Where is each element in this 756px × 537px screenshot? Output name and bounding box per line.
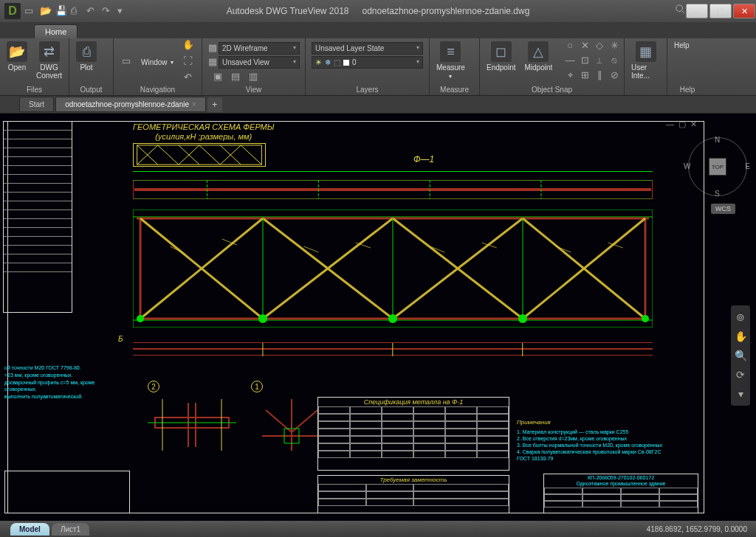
titlebar: D ▭ 📂 💾 ⎙ ↶ ↷ ▾ Autodesk DWG TrueView 20… <box>0 0 756 22</box>
side-title-block <box>4 471 130 513</box>
pan-icon[interactable]: ✋ <box>182 39 195 52</box>
maximize-button[interactable]: ▢ <box>709 4 732 18</box>
prev-icon[interactable]: ↶ <box>182 72 195 85</box>
measure-icon: ≡ <box>440 41 461 62</box>
view-icon: ▦ <box>208 56 217 69</box>
view-tool1-icon[interactable]: ▣ <box>211 71 224 84</box>
extent-icon[interactable]: ⛶ <box>182 55 195 69</box>
nav-show-icon[interactable]: ▾ <box>738 388 743 400</box>
requirements-block: Требуемая заметность <box>317 475 509 513</box>
panel-measure-label: Measure <box>430 86 479 94</box>
top-chord-beam <box>133 180 653 199</box>
panel-osnap-label: Object Snap <box>480 86 624 94</box>
osnap-ins-icon[interactable]: ⊡ <box>578 55 591 68</box>
osnap-none-icon[interactable]: ⊘ <box>608 69 621 83</box>
nav-zoom-icon[interactable]: 🔍 <box>735 350 747 361</box>
nav-pan-icon[interactable]: ✋ <box>735 330 747 342</box>
midpoint-button[interactable]: △Midpoint <box>523 40 553 73</box>
viewcube-e[interactable]: E <box>745 162 750 170</box>
osnap-perp-icon[interactable]: ⟂ <box>593 55 606 68</box>
detail-2: 2 <box>148 381 236 454</box>
drawing-title: ГЕОМЕТРИЧЕСКАЯ СХЕМА ФЕРМЫ (усилия,кН ;р… <box>133 122 275 142</box>
osnap-int-icon[interactable]: ✳ <box>608 40 621 53</box>
svg-point-33 <box>137 315 144 322</box>
view-tool3-icon[interactable]: ▥ <box>247 71 260 84</box>
add-tab-button[interactable]: + <box>207 97 222 112</box>
dwg-convert-button[interactable]: ⇄DWG Convert <box>35 40 63 81</box>
drawing-notes: Примечания 1. Материал конструкций — ста… <box>517 419 664 462</box>
dim-span <box>133 171 653 177</box>
label-f1: Ф—1 <box>413 154 434 164</box>
app-logo[interactable]: D <box>4 3 21 19</box>
osnap-tan-icon[interactable]: ⍉ <box>608 55 621 68</box>
nav-wheel-icon[interactable]: ⊚ <box>736 311 745 323</box>
lock-icon: ⬚ <box>334 58 340 66</box>
model-tab[interactable]: Model <box>10 523 49 536</box>
status-bar: Model Лист1 4186.8692, 1652.9799, 0.0000 <box>0 521 756 537</box>
spec-table: Спецификация металла на Ф-1 <box>317 397 509 471</box>
qat-undo-icon[interactable]: ↶ <box>86 5 98 17</box>
title-block: КП-2068059-270102-060172 Одноэтажное про… <box>543 474 698 513</box>
qat-redo-icon[interactable]: ↷ <box>102 5 114 17</box>
main-truss <box>133 209 653 328</box>
layer-state-select[interactable]: Unsaved Layer State <box>312 42 423 55</box>
viewcube-n[interactable]: N <box>715 136 720 144</box>
visual-style-icon: ▩ <box>208 42 217 55</box>
plot-button[interactable]: ⎙Plot <box>75 40 97 73</box>
bulb-icon: ☀ <box>315 58 322 66</box>
user-interface-button[interactable]: ▦User Inte... <box>630 40 661 81</box>
viewcube-top[interactable]: TOP <box>709 158 726 176</box>
printer-icon: ⎙ <box>76 41 97 62</box>
osnap-ext-icon[interactable]: — <box>563 55 577 68</box>
endpoint-button[interactable]: ◻Endpoint <box>486 40 516 73</box>
wcs-label[interactable]: WCS <box>711 204 735 214</box>
osnap-center-icon[interactable]: ○ <box>563 40 577 53</box>
view-tool2-icon[interactable]: ▤ <box>229 71 242 84</box>
panel-files-label: Files <box>0 86 69 94</box>
window-icon[interactable]: ▭ <box>120 55 133 69</box>
nav-bar: ⊚ ✋ 🔍 ⟳ ▾ <box>731 305 750 406</box>
close-button[interactable]: ✕ <box>733 4 755 18</box>
bottom-chord-beam <box>133 342 653 356</box>
panel-nav-label: Navigation <box>114 86 202 94</box>
qat-new-icon[interactable]: ▭ <box>24 5 36 17</box>
osnap-node-icon[interactable]: ✕ <box>578 40 591 53</box>
coordinates-readout: 4186.8692, 1652.9799, 0.0000 <box>647 525 756 533</box>
drawing-canvas[interactable]: — ▢ ✕ TOP N S E W WCS ⊚ ✋ 🔍 ⟳ ▾ ой точно… <box>0 114 756 521</box>
qat-more-icon[interactable]: ▾ <box>117 5 129 17</box>
freeze-icon: ❄ <box>325 58 331 66</box>
close-tab-icon[interactable]: × <box>192 100 196 108</box>
nav-orbit-icon[interactable]: ⟳ <box>736 369 745 381</box>
layout-tab[interactable]: Лист1 <box>52 523 89 536</box>
side-table <box>3 121 72 313</box>
svg-point-31 <box>388 314 397 323</box>
osnap-quad-icon[interactable]: ◇ <box>593 40 606 53</box>
document-tabs: Start odnoetazhnoe-promyshlennoe-zdanie×… <box>0 96 756 114</box>
ribbon-tabrow: Home <box>0 22 756 38</box>
qat-save-icon[interactable]: 💾 <box>55 5 67 17</box>
tab-home[interactable]: Home <box>34 24 78 38</box>
layer-select[interactable]: ☀ ❄ ⬚ 0 <box>312 56 423 69</box>
osnap-app-icon[interactable]: ⊞ <box>578 69 591 83</box>
convert-icon: ⇄ <box>39 41 60 62</box>
panel-layers-label: Layers <box>306 86 429 94</box>
visual-style-select[interactable]: 2D Wireframe <box>219 42 300 55</box>
qat-plot-icon[interactable]: ⎙ <box>71 5 83 17</box>
viewcube-s[interactable]: S <box>715 190 720 198</box>
ui-icon: ▦ <box>636 41 656 62</box>
qat-open-icon[interactable]: 📂 <box>40 5 52 17</box>
search-icon[interactable] <box>675 4 685 14</box>
help-button[interactable]: Help <box>673 40 690 51</box>
truss-schematic <box>133 143 266 167</box>
panel-help-label: Help <box>667 86 707 94</box>
minimize-button[interactable]: – <box>686 4 708 18</box>
osnap-near-icon[interactable]: ⌖ <box>563 69 577 83</box>
tab-start[interactable]: Start <box>19 97 54 112</box>
measure-button[interactable]: ≡Measure▾ <box>436 40 466 81</box>
tab-drawing[interactable]: odnoetazhnoe-promyshlennoe-zdanie× <box>55 97 206 112</box>
open-button[interactable]: 📂Open <box>6 40 28 73</box>
osnap-par-icon[interactable]: ∥ <box>593 69 606 83</box>
window-button[interactable]: Window▾ <box>140 57 174 68</box>
saved-view-select[interactable]: Unsaved View <box>219 56 300 69</box>
folder-icon: 📂 <box>7 41 27 62</box>
